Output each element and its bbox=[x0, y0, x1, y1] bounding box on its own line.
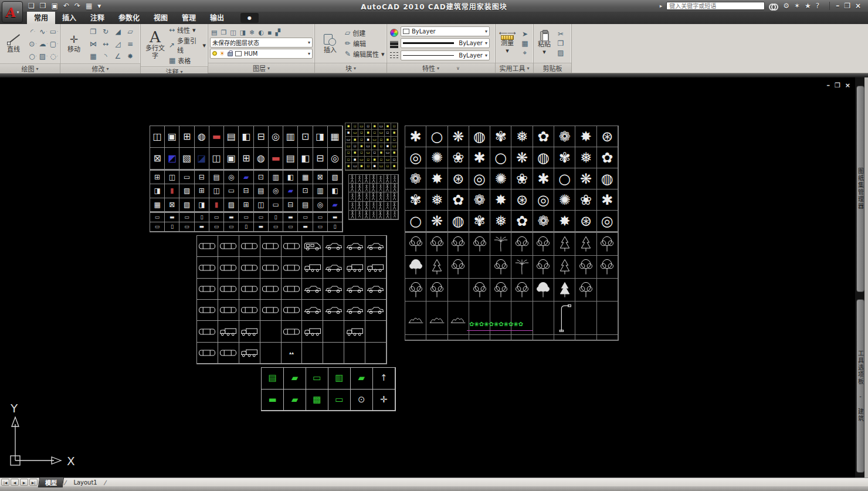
canvas-minimize-button[interactable]: – bbox=[826, 82, 830, 89]
trim-icon[interactable]: ◢ bbox=[111, 25, 124, 38]
block-cell[interactable] bbox=[323, 279, 344, 300]
block-cell[interactable]: ✺ bbox=[426, 147, 447, 168]
block-cell[interactable] bbox=[391, 184, 398, 192]
tab-插入[interactable]: 插入 bbox=[55, 11, 83, 24]
block-cell[interactable] bbox=[405, 335, 426, 340]
block-cell[interactable] bbox=[344, 236, 365, 257]
block-cell[interactable] bbox=[218, 279, 239, 300]
layout-nav-3[interactable]: ▶| bbox=[29, 479, 38, 486]
block-cell[interactable]: ▣ bbox=[224, 148, 239, 170]
block-cell[interactable]: ⊞ bbox=[239, 148, 253, 170]
block-cell[interactable] bbox=[302, 300, 323, 321]
block-cell[interactable]: ▭ bbox=[224, 184, 239, 198]
block-cell[interactable]: ▪ bbox=[372, 157, 378, 163]
block-cell[interactable] bbox=[344, 257, 365, 278]
block-cell[interactable] bbox=[533, 335, 554, 340]
block-cell[interactable]: ⊛ bbox=[575, 211, 596, 232]
panel-label-utilities[interactable]: 实用工具▾ bbox=[496, 63, 533, 73]
block-cell[interactable]: ◍ bbox=[254, 148, 269, 170]
block-cell[interactable]: ▭ bbox=[352, 130, 358, 136]
block-cell[interactable] bbox=[597, 335, 618, 340]
furniture-block-grid-small[interactable]: ▭▬▭▯▭▬▭▭▯▬▭▭▬▭▯▭▬▭▭▯▬▭▭▬▭▯ bbox=[150, 212, 343, 232]
panel-label-modify[interactable]: 修改▾ bbox=[60, 63, 140, 73]
block-cell[interactable] bbox=[260, 279, 282, 300]
block-cell[interactable] bbox=[365, 343, 386, 364]
block-cell[interactable] bbox=[448, 233, 469, 256]
block-cell[interactable]: ▪ bbox=[372, 123, 378, 130]
block-cell[interactable] bbox=[448, 302, 469, 335]
minimize-button[interactable]: – bbox=[836, 2, 839, 10]
block-cell[interactable]: ▫ bbox=[391, 157, 398, 163]
block-cell[interactable] bbox=[554, 335, 575, 340]
block-cell[interactable] bbox=[391, 211, 398, 219]
block-cell[interactable]: ✸ bbox=[426, 168, 447, 189]
block-cell[interactable]: ❅ bbox=[575, 147, 596, 168]
panel-label-clipboard[interactable]: 剪贴板 bbox=[534, 63, 571, 73]
block-cell[interactable] bbox=[405, 302, 426, 335]
canvas-close-button[interactable]: × bbox=[845, 82, 850, 89]
block-cell[interactable]: ▥ bbox=[328, 368, 351, 390]
block-cell[interactable] bbox=[197, 300, 218, 321]
block-cell[interactable]: ▪ bbox=[372, 163, 378, 170]
people-block-grid[interactable] bbox=[348, 174, 399, 220]
help-icon[interactable]: ? bbox=[816, 2, 819, 10]
block-cell[interactable]: ✸ bbox=[575, 126, 596, 147]
block-cell[interactable]: ⊛ bbox=[597, 126, 618, 147]
block-cell[interactable] bbox=[469, 279, 490, 302]
block-cell[interactable]: ▭ bbox=[372, 137, 378, 143]
block-cell[interactable] bbox=[356, 202, 363, 211]
block-cell[interactable]: ◍ bbox=[469, 126, 490, 147]
block-cell[interactable]: ▯ bbox=[195, 213, 209, 222]
block-cell[interactable]: ◪ bbox=[195, 148, 209, 170]
block-cell[interactable] bbox=[344, 321, 365, 342]
search-input[interactable] bbox=[666, 2, 765, 10]
linetype-icon[interactable] bbox=[390, 52, 398, 58]
qat-caret-icon[interactable]: ▾ bbox=[97, 2, 101, 10]
block-cell[interactable] bbox=[554, 279, 575, 302]
block-cell[interactable]: ⊞ bbox=[150, 171, 165, 184]
layout-tab-Layout1[interactable]: Layout1 bbox=[67, 479, 103, 486]
block-cell[interactable]: ▭ bbox=[179, 222, 194, 232]
block-cell[interactable] bbox=[356, 175, 363, 184]
offset-icon[interactable]: ≡ bbox=[124, 38, 137, 50]
point-icon[interactable]: ◌· bbox=[48, 50, 60, 62]
block-cell[interactable] bbox=[448, 335, 469, 340]
block-cell[interactable] bbox=[391, 192, 398, 201]
block-cell[interactable] bbox=[239, 321, 260, 342]
block-cell[interactable]: ▪ bbox=[391, 163, 398, 170]
block-cell[interactable] bbox=[554, 256, 575, 279]
application-menu-button[interactable]: A ▾ bbox=[2, 1, 23, 23]
block-cell[interactable]: ▧ bbox=[328, 171, 343, 184]
block-cell[interactable]: ⊡ bbox=[298, 126, 313, 148]
block-cell[interactable]: ◫ bbox=[165, 171, 179, 184]
copy-clip-icon[interactable]: ❐ bbox=[554, 39, 567, 48]
block-cell[interactable] bbox=[575, 279, 596, 302]
canvas-restore-button[interactable]: ❐ bbox=[835, 82, 840, 89]
block-cell[interactable] bbox=[405, 256, 426, 279]
block-cell[interactable] bbox=[260, 343, 282, 364]
table[interactable]: ▦表格 bbox=[169, 56, 206, 65]
block-cell[interactable] bbox=[197, 279, 218, 300]
block-cell[interactable]: ▤ bbox=[224, 126, 239, 148]
block-cell[interactable]: ▬ bbox=[283, 213, 298, 222]
block-cell[interactable] bbox=[365, 279, 386, 300]
block-cell[interactable]: ❀ bbox=[575, 189, 596, 211]
block-cell[interactable]: ▭ bbox=[358, 123, 365, 130]
block-cell[interactable] bbox=[302, 236, 323, 257]
block-cell[interactable] bbox=[218, 321, 239, 342]
rectangle-icon[interactable]: ▭· bbox=[48, 25, 60, 38]
block-cell[interactable] bbox=[370, 202, 377, 211]
block-cell[interactable]: ▬ bbox=[298, 222, 313, 232]
furniture-block-grid-large[interactable]: ◫▣⊞◍▬▤◧⊟◎▥⊡◨▦⊠◩▧◪◫▣⊞◍▬▤◧⊟◎ bbox=[150, 126, 343, 170]
block-cell[interactable] bbox=[344, 300, 365, 321]
door-window-block-grid[interactable]: ▪▫▭▫▪▭▪▫▪▭▫▪▫▭▫▪▭▪▫▪▭▫▪▫▭▫▪▭▪▫▪▭▫▪▫▭▫▪▭▪… bbox=[345, 123, 398, 171]
block-cell[interactable]: ▪ bbox=[391, 130, 398, 136]
erase-icon[interactable]: ▱ bbox=[124, 25, 137, 38]
block-cell[interactable]: ⊛ bbox=[511, 189, 533, 211]
block-cell[interactable]: ⊛ bbox=[448, 168, 469, 189]
block-cell[interactable]: ▣ bbox=[165, 126, 179, 148]
block-cell[interactable]: ▫ bbox=[372, 130, 378, 136]
block-cell[interactable] bbox=[282, 236, 303, 257]
block-cell[interactable]: ▪ bbox=[352, 157, 358, 163]
palette-tab-图纸集管理器[interactable]: 图纸集管理器 bbox=[856, 86, 864, 292]
